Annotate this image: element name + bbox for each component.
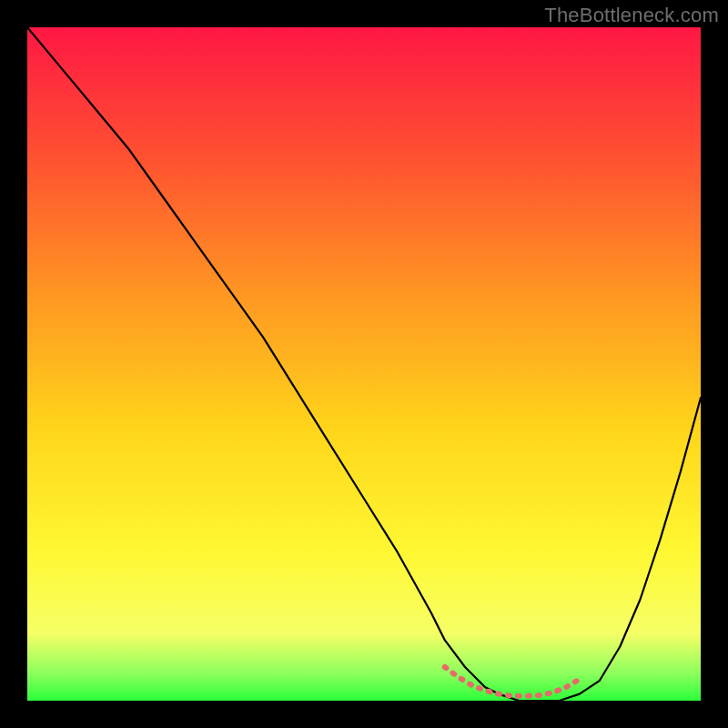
bottleneck-chart-svg <box>0 0 728 728</box>
watermark-label: TheBottleneck.com <box>544 4 719 27</box>
plot-area <box>27 27 701 701</box>
chart-frame: TheBottleneck.com <box>0 0 728 728</box>
